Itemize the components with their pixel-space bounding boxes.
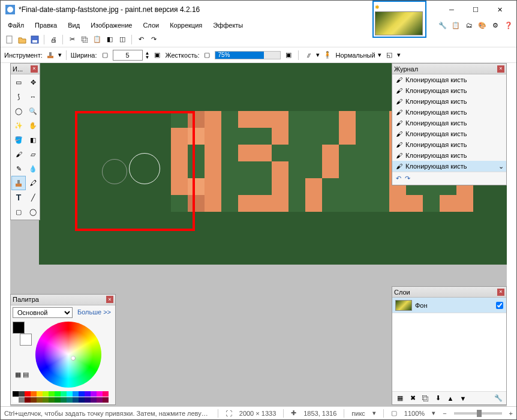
- redo-icon[interactable]: ↷: [148, 34, 159, 45]
- tool-magic-wand[interactable]: ✨: [11, 118, 26, 133]
- hardness-minus-icon[interactable]: ▢: [202, 50, 212, 61]
- tool-pan[interactable]: ✋: [26, 118, 40, 133]
- undo-icon[interactable]: ↶: [136, 34, 146, 45]
- layer-add-icon[interactable]: ▦: [395, 393, 405, 404]
- copy-icon[interactable]: ⿻: [79, 34, 90, 45]
- history-redo-icon[interactable]: ↷: [405, 175, 410, 182]
- svg-rect-6: [49, 52, 52, 56]
- blend-mode-label[interactable]: Нормальный: [335, 52, 375, 59]
- background-color-swatch[interactable]: [20, 334, 32, 346]
- layers-panel-close[interactable]: ×: [497, 289, 504, 296]
- width-input[interactable]: [113, 50, 143, 61]
- menu-view[interactable]: Вид: [63, 20, 85, 31]
- layer-duplicate-icon[interactable]: ⿻: [420, 393, 431, 404]
- color-mode-select[interactable]: Основной: [13, 307, 73, 318]
- tool-line[interactable]: ╱: [26, 190, 40, 205]
- antialias-icon[interactable]: ⫽: [303, 50, 314, 61]
- hardness-plus-icon[interactable]: ▣: [283, 50, 294, 61]
- tool-brush[interactable]: 🖌: [11, 147, 26, 161]
- maximize-button[interactable]: ☐: [464, 1, 488, 18]
- hardness-slider[interactable]: 75%: [215, 51, 281, 59]
- print-icon[interactable]: 🖨: [48, 34, 59, 45]
- layer-down-icon[interactable]: ▼: [458, 393, 468, 404]
- blend-icon[interactable]: 🧍: [322, 50, 333, 61]
- tool-zoom[interactable]: 🔍: [26, 104, 40, 118]
- open-file-icon[interactable]: [17, 34, 28, 45]
- tool-clone-stamp[interactable]: [11, 176, 26, 190]
- sel-mode-icon[interactable]: ◱: [384, 50, 395, 61]
- menu-layers[interactable]: Слои: [138, 20, 164, 31]
- tool-move-sel[interactable]: ↔: [26, 89, 40, 104]
- save-file-icon[interactable]: [29, 34, 40, 45]
- color-wheel[interactable]: [35, 322, 101, 388]
- menu-adjust[interactable]: Коррекция: [165, 20, 207, 31]
- tool-eraser[interactable]: ▱: [26, 147, 40, 161]
- tool-lasso[interactable]: ⟆: [11, 89, 26, 104]
- history-list[interactable]: 🖌Клонирующая кисть 🖌Клонирующая кисть 🖌К…: [392, 74, 506, 172]
- svg-rect-5: [47, 56, 53, 58]
- cut-icon[interactable]: ✂: [67, 34, 77, 45]
- tool-shapes[interactable]: ◯: [26, 205, 40, 219]
- layer-thumbnail: [395, 300, 412, 311]
- crop-icon[interactable]: ◧: [104, 34, 115, 45]
- tool-rect-select[interactable]: ▭: [11, 75, 26, 89]
- color-wheel-cursor: [71, 356, 76, 361]
- tool-rect-shape[interactable]: ▢: [11, 205, 26, 219]
- tool-recolor[interactable]: 🖍: [26, 176, 40, 190]
- tool-ellipse-sel[interactable]: ◯: [11, 104, 26, 118]
- palette-add-icon[interactable]: ▦: [15, 371, 21, 379]
- palette-panel-close[interactable]: ×: [106, 296, 113, 303]
- layer-visibility-checkbox[interactable]: [496, 302, 503, 309]
- history-panel-close[interactable]: ×: [497, 65, 504, 73]
- menu-image[interactable]: Изображение: [86, 20, 137, 31]
- palette-manage-icon[interactable]: ▤: [23, 371, 29, 379]
- zoom-in-icon[interactable]: +: [509, 410, 513, 417]
- document-thumbnail[interactable]: ✱: [372, 1, 426, 38]
- tool-text[interactable]: T: [11, 190, 26, 205]
- layers-panel: Слои× Фон ▦ ✖ ⿻ ⬇ ▲ ▼ 🔧: [392, 286, 507, 405]
- panel-history-icon[interactable]: 📋: [450, 20, 461, 31]
- unit-label[interactable]: пикс: [351, 410, 365, 417]
- palette-more-link[interactable]: Больше >>: [75, 307, 113, 318]
- new-file-icon[interactable]: [4, 34, 15, 45]
- history-undo-icon[interactable]: ↶: [396, 175, 401, 182]
- foreground-color-swatch[interactable]: [13, 322, 25, 334]
- tool-picker[interactable]: 💧: [26, 161, 40, 176]
- palette-swatches[interactable]: [11, 389, 115, 405]
- help-icon[interactable]: ❓: [503, 20, 514, 31]
- layer-up-icon[interactable]: ▲: [445, 393, 456, 404]
- deselect-icon[interactable]: ◫: [117, 34, 128, 45]
- close-button[interactable]: ✕: [488, 1, 512, 18]
- tool-fill[interactable]: 🪣: [11, 133, 26, 147]
- panel-colors-icon[interactable]: 🎨: [477, 20, 488, 31]
- tool-pencil[interactable]: ✎: [11, 161, 26, 176]
- settings-icon[interactable]: ⚙: [490, 20, 501, 31]
- width-spinner[interactable]: ▲▼: [145, 51, 150, 59]
- width-label: Ширина:: [71, 52, 97, 59]
- color-swatches[interactable]: [13, 322, 32, 346]
- layer-properties-icon[interactable]: 🔧: [493, 393, 504, 404]
- layer-merge-icon[interactable]: ⬇: [432, 393, 443, 404]
- width-minus-icon[interactable]: ▢: [100, 50, 110, 61]
- tool-move[interactable]: ✥: [26, 75, 40, 89]
- menu-edit[interactable]: Правка: [30, 20, 62, 31]
- tools-panel-close[interactable]: ×: [31, 65, 38, 73]
- status-zoom[interactable]: 1100%: [404, 410, 425, 417]
- menu-file[interactable]: Файл: [3, 20, 29, 31]
- zoom-out-icon[interactable]: −: [443, 410, 446, 417]
- layer-delete-icon[interactable]: ✖: [407, 393, 418, 404]
- tool-dropdown-arrow[interactable]: ▾: [58, 51, 62, 59]
- current-tool-icon[interactable]: [45, 50, 56, 61]
- panel-tools-icon[interactable]: 🔧: [437, 20, 448, 31]
- paste-icon[interactable]: 📋: [92, 34, 103, 45]
- clone-source-cursor: [102, 159, 127, 184]
- zoom-fit-icon[interactable]: ▢: [391, 409, 397, 417]
- svg-rect-4: [32, 40, 37, 43]
- panel-layers-icon[interactable]: 🗂: [464, 20, 474, 31]
- minimize-button[interactable]: ─: [440, 1, 464, 18]
- width-plus-icon[interactable]: ▣: [152, 50, 163, 61]
- layer-row[interactable]: Фон: [392, 298, 506, 313]
- menu-effects[interactable]: Эффекты: [208, 20, 248, 31]
- tool-gradient[interactable]: ◧: [26, 133, 40, 147]
- zoom-slider[interactable]: [454, 412, 502, 415]
